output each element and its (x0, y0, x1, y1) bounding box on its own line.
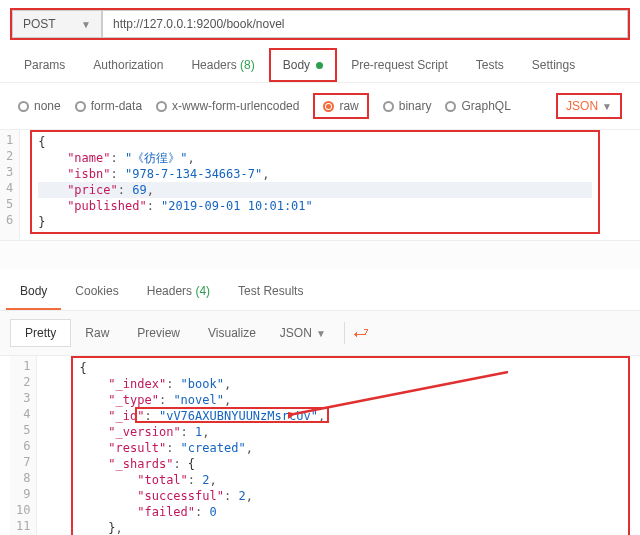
body-type-selector: none form-data x-www-form-urlencoded raw… (0, 83, 640, 130)
tab-body[interactable]: Body (269, 48, 337, 82)
view-preview-button[interactable]: Preview (123, 320, 194, 346)
response-body-code: { "_index": "book", "_type": "novel", "_… (73, 358, 628, 535)
label: raw (339, 99, 358, 113)
resp-tab-headers[interactable]: Headers (4) (133, 274, 224, 310)
radio-icon (445, 101, 456, 112)
response-body-editor[interactable]: 1234567891011121314 { "_index": "book", … (0, 356, 640, 535)
chevron-down-icon: ▼ (81, 19, 91, 30)
label: binary (399, 99, 432, 113)
label: x-www-form-urlencoded (172, 99, 299, 113)
wrap-lines-icon[interactable]: ⮐ (344, 322, 377, 344)
radio-icon (156, 101, 167, 112)
view-pretty-button[interactable]: Pretty (10, 319, 71, 347)
url-input[interactable]: http://127.0.0.1:9200/book/novel (102, 10, 628, 38)
spacer (0, 240, 640, 270)
chevron-down-icon: ▼ (316, 328, 326, 339)
tab-headers-count: (8) (240, 58, 255, 72)
body-format-json-select[interactable]: JSON ▼ (556, 93, 622, 119)
label: none (34, 99, 61, 113)
body-type-formdata[interactable]: form-data (75, 99, 142, 113)
label: Headers (147, 284, 192, 298)
response-format-select[interactable]: JSON ▼ (270, 320, 336, 346)
response-area: 1234567891011121314 { "_index": "book", … (0, 356, 640, 535)
body-type-none[interactable]: none (18, 99, 61, 113)
label: JSON (566, 99, 598, 113)
dot-icon (316, 62, 323, 69)
view-raw-button[interactable]: Raw (71, 320, 123, 346)
radio-icon (323, 101, 334, 112)
tab-params[interactable]: Params (10, 48, 79, 82)
label: JSON (280, 326, 312, 340)
view-visualize-button[interactable]: Visualize (194, 320, 270, 346)
line-gutter: 1234567891011121314 (10, 356, 37, 535)
radio-icon (383, 101, 394, 112)
request-tabs: Params Authorization Headers (8) Body Pr… (0, 48, 640, 83)
resp-tab-body[interactable]: Body (6, 274, 61, 310)
tab-authorization[interactable]: Authorization (79, 48, 177, 82)
tab-settings[interactable]: Settings (518, 48, 589, 82)
chevron-down-icon: ▼ (602, 101, 612, 112)
response-tabs: Body Cookies Headers (4) Test Results (0, 274, 640, 311)
label: GraphQL (461, 99, 510, 113)
tab-headers[interactable]: Headers (8) (177, 48, 268, 82)
body-type-binary[interactable]: binary (383, 99, 432, 113)
radio-icon (75, 101, 86, 112)
radio-icon (18, 101, 29, 112)
label: form-data (91, 99, 142, 113)
url-text: http://127.0.0.1:9200/book/novel (113, 17, 284, 31)
tab-body-label: Body (283, 58, 310, 72)
http-method-value: POST (23, 17, 56, 31)
count: (4) (195, 284, 210, 298)
tab-headers-label: Headers (191, 58, 236, 72)
response-toolbar: Pretty Raw Preview Visualize JSON ▼ ⮐ (0, 311, 640, 356)
resp-tab-cookies[interactable]: Cookies (61, 274, 132, 310)
tab-prerequest[interactable]: Pre-request Script (337, 48, 462, 82)
resp-tab-results[interactable]: Test Results (224, 274, 317, 310)
line-gutter: 123456 (0, 130, 20, 240)
body-type-urlencoded[interactable]: x-www-form-urlencoded (156, 99, 299, 113)
body-type-graphql[interactable]: GraphQL (445, 99, 510, 113)
request-body-editor[interactable]: 123456 { "name": "《彷徨》", "isbn": "978-7-… (0, 130, 640, 240)
request-url-bar: POST ▼ http://127.0.0.1:9200/book/novel (10, 8, 630, 40)
body-type-raw[interactable]: raw (313, 93, 368, 119)
tab-tests[interactable]: Tests (462, 48, 518, 82)
http-method-select[interactable]: POST ▼ (12, 10, 102, 38)
request-body-code: { "name": "《彷徨》", "isbn": "978-7-134-346… (32, 132, 598, 232)
